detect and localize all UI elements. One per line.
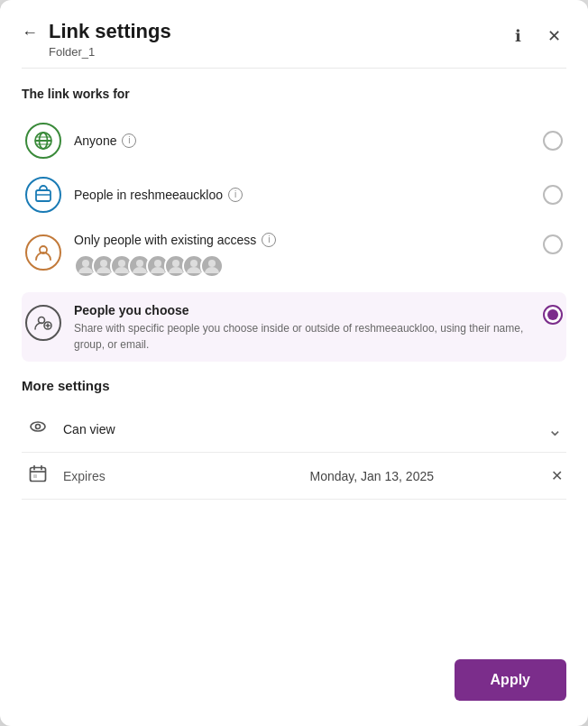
dialog-subtitle: Folder_1 (49, 45, 505, 59)
dialog-footer: Apply (0, 643, 588, 726)
svg-point-20 (31, 422, 45, 431)
choose-icon (25, 305, 61, 341)
link-works-for-label: The link works for (22, 87, 566, 101)
svg-point-10 (118, 260, 125, 267)
option-existing-title: Only people with existing access i (74, 233, 536, 247)
option-org-title: People in reshmeeauckloo i (74, 188, 536, 202)
option-choose-text: People you choose Share with specific pe… (74, 303, 536, 353)
anyone-info-icon[interactable]: i (122, 133, 136, 148)
existing-icon (25, 234, 61, 271)
option-choose-desc: Share with specific people you choose in… (74, 320, 536, 353)
svg-point-14 (190, 260, 198, 267)
choose-radio[interactable] (543, 305, 563, 325)
option-anyone-text: Anyone i (74, 133, 536, 148)
close-button[interactable]: ✕ (541, 23, 566, 49)
org-icon (25, 177, 61, 213)
option-anyone[interactable]: Anyone i (22, 114, 566, 168)
svg-point-13 (172, 260, 179, 267)
svg-point-9 (100, 260, 107, 267)
dialog-title: Link settings (49, 20, 505, 43)
expires-label-text: Expires (63, 469, 305, 483)
existing-info-icon[interactable]: i (262, 233, 276, 247)
apply-button[interactable]: Apply (455, 659, 566, 701)
svg-point-21 (36, 425, 41, 429)
option-org[interactable]: People in reshmeeauckloo i (22, 168, 566, 222)
svg-rect-23 (31, 468, 46, 482)
can-view-label: Can view (63, 422, 547, 437)
globe-icon (25, 123, 61, 159)
radio-inner-dot (547, 309, 558, 320)
can-view-row[interactable]: Can view ⌄ (22, 406, 566, 453)
option-existing[interactable]: Only people with existing access i (22, 222, 566, 292)
option-choose-title: People you choose (74, 303, 536, 317)
svg-rect-5 (36, 190, 51, 201)
svg-point-11 (136, 260, 143, 267)
header-titles: Link settings Folder_1 (49, 20, 505, 59)
header-actions: ℹ ✕ (505, 23, 566, 49)
org-info-icon[interactable]: i (228, 188, 243, 202)
svg-point-8 (82, 260, 89, 267)
existing-radio[interactable] (543, 234, 563, 254)
expires-row: Expires Monday, Jan 13, 2025 ✕ (22, 453, 566, 500)
back-button[interactable]: ← (22, 23, 38, 42)
more-settings-label: More settings (22, 378, 566, 393)
anyone-radio[interactable] (543, 131, 563, 151)
expires-value: Monday, Jan 13, 2025 (310, 469, 552, 483)
eye-icon (25, 417, 51, 441)
option-anyone-title: Anyone i (74, 133, 536, 148)
option-existing-text: Only people with existing access i (74, 233, 536, 283)
option-choose[interactable]: People you choose Share with specific pe… (22, 292, 566, 362)
link-settings-dialog: ← Link settings Folder_1 ℹ ✕ The link wo… (0, 0, 588, 726)
option-org-text: People in reshmeeauckloo i (74, 188, 536, 202)
svg-rect-27 (33, 474, 37, 478)
avatar-8 (200, 254, 224, 278)
existing-avatars (74, 254, 536, 278)
main-content: The link works for Anyone i (0, 69, 588, 643)
expires-clear-button[interactable]: ✕ (551, 467, 563, 484)
info-button[interactable]: ℹ (505, 23, 530, 49)
org-radio[interactable] (543, 185, 563, 205)
svg-point-15 (208, 260, 216, 267)
can-view-chevron[interactable]: ⌄ (547, 418, 563, 440)
dialog-header: ← Link settings Folder_1 ℹ ✕ (0, 0, 588, 68)
calendar-icon (25, 464, 51, 488)
svg-point-12 (154, 260, 161, 267)
